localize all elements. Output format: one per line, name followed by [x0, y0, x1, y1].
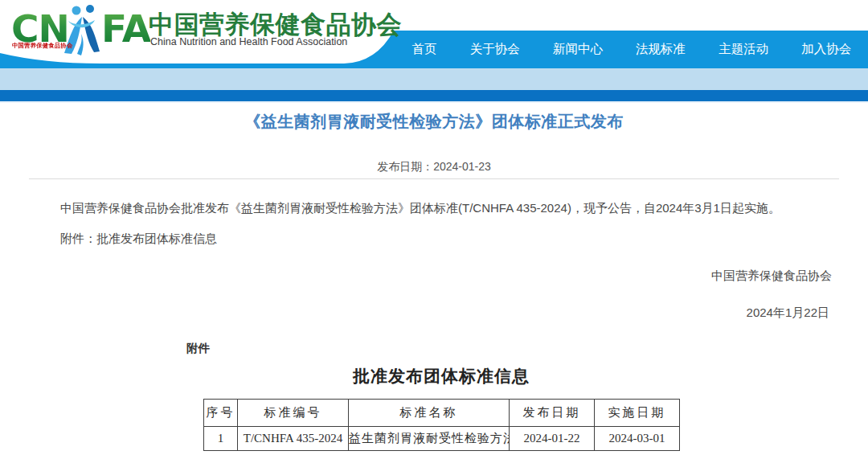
nav-item-standards[interactable]: 法规标准 — [631, 38, 690, 61]
dark-blue-band — [0, 90, 868, 103]
nav-item-news[interactable]: 新闻中心 — [548, 38, 608, 61]
nav-item-about[interactable]: 关于协会 — [465, 38, 525, 61]
table-header-row: 序号 标准编号 标准名称 发布日期 实施日期 — [204, 400, 680, 427]
nav-item-join[interactable]: 加入协会 — [796, 38, 856, 61]
col-header-name: 标准名称 — [349, 400, 510, 427]
divider-line — [29, 178, 839, 179]
light-blue-band — [0, 68, 868, 90]
nav-item-activities[interactable]: 主题活动 — [714, 38, 773, 61]
cell-pub-date: 2024-01-22 — [510, 427, 595, 451]
page: CN FA 中国营养保健食品协会 中国营养保健食品协会 China Nutrit… — [0, 0, 868, 455]
main-nav: 首页 关于协会 新闻中心 法规标准 主题活动 加入协会 — [395, 31, 868, 68]
site-header: CN FA 中国营养保健食品协会 中国营养保健食品协会 China Nutrit… — [0, 0, 868, 68]
col-header-code: 标准编号 — [238, 400, 349, 427]
cell-code: T/CNHFA 435-2024 — [238, 427, 349, 451]
col-header-index: 序号 — [204, 400, 238, 427]
signature-organization: 中国营养保健食品协会 — [711, 268, 832, 284]
cell-index: 1 — [204, 427, 238, 451]
table-row: 1 T/CNHFA 435-2024 益生菌剂胃液耐受性检验方法 2024-01… — [204, 427, 680, 451]
logo-letters-fa: FA — [101, 6, 150, 51]
logo-small-red-text: 中国营养保健食品协会 — [12, 42, 72, 50]
publish-date: 发布日期：2024-01-23 — [0, 160, 868, 174]
col-header-impl-date: 实施日期 — [595, 400, 680, 427]
cell-impl-date: 2024-03-01 — [595, 427, 680, 451]
attachment-reference-line: 附件：批准发布团体标准信息 — [60, 232, 217, 247]
article-title: 《益生菌剂胃液耐受性检验方法》团体标准正式发布 — [0, 111, 868, 133]
cell-name: 益生菌剂胃液耐受性检验方法 — [349, 427, 510, 451]
article-paragraph: 中国营养保健食品协会批准发布《益生菌剂胃液耐受性检验方法》团体标准(T/CNHF… — [60, 199, 832, 218]
association-logo[interactable]: CN FA 中国营养保健食品协会 中国营养保健食品协会 China Nutrit… — [0, 0, 378, 64]
nav-item-home[interactable]: 首页 — [407, 38, 442, 61]
col-header-pub-date: 发布日期 — [510, 400, 595, 427]
attachment-label: 附件 — [186, 341, 210, 356]
association-name-english: China Nutrition and Health Food Associat… — [150, 36, 347, 47]
signature-date: 2024年1月22日 — [747, 305, 829, 321]
standards-table: 序号 标准编号 标准名称 发布日期 实施日期 1 T/CNHFA 435-202… — [203, 399, 680, 451]
attachment-table-title: 批准发布团体标准信息 — [203, 365, 679, 387]
